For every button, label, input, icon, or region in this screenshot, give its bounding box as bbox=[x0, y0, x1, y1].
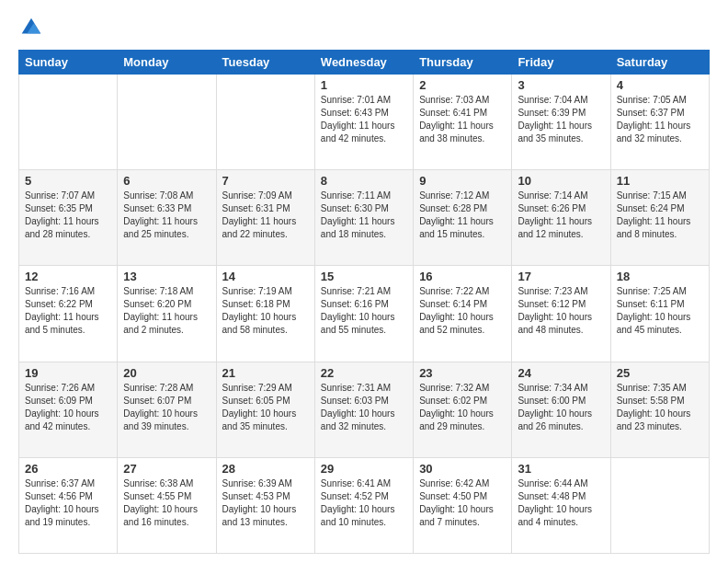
day-info: Sunrise: 6:38 AM Sunset: 4:55 PM Dayligh… bbox=[123, 477, 210, 529]
calendar-cell: 25Sunrise: 7:35 AM Sunset: 5:58 PM Dayli… bbox=[610, 362, 709, 457]
calendar-cell: 21Sunrise: 7:29 AM Sunset: 6:05 PM Dayli… bbox=[216, 362, 314, 457]
calendar-cell: 18Sunrise: 7:25 AM Sunset: 6:11 PM Dayli… bbox=[610, 266, 709, 362]
day-info: Sunrise: 7:12 AM Sunset: 6:28 PM Dayligh… bbox=[419, 190, 506, 241]
day-number: 6 bbox=[123, 174, 210, 188]
calendar-cell: 16Sunrise: 7:22 AM Sunset: 6:14 PM Dayli… bbox=[414, 266, 512, 362]
calendar-cell: 15Sunrise: 7:21 AM Sunset: 6:16 PM Dayli… bbox=[314, 266, 413, 362]
day-info: Sunrise: 6:39 AM Sunset: 4:53 PM Dayligh… bbox=[222, 477, 309, 529]
calendar-cell: 23Sunrise: 7:32 AM Sunset: 6:02 PM Dayli… bbox=[414, 362, 512, 457]
day-number: 10 bbox=[518, 174, 604, 188]
day-number: 18 bbox=[617, 270, 703, 283]
calendar-cell: 8Sunrise: 7:11 AM Sunset: 6:30 PM Daylig… bbox=[314, 170, 413, 266]
day-info: Sunrise: 7:18 AM Sunset: 6:20 PM Dayligh… bbox=[123, 285, 210, 337]
day-info: Sunrise: 7:11 AM Sunset: 6:30 PM Dayligh… bbox=[321, 190, 407, 241]
calendar-cell: 30Sunrise: 6:42 AM Sunset: 4:50 PM Dayli… bbox=[414, 457, 512, 553]
day-info: Sunrise: 7:22 AM Sunset: 6:14 PM Dayligh… bbox=[419, 285, 506, 337]
column-header-saturday: Saturday bbox=[610, 51, 709, 75]
day-info: Sunrise: 7:31 AM Sunset: 6:03 PM Dayligh… bbox=[321, 382, 407, 433]
calendar-cell: 9Sunrise: 7:12 AM Sunset: 6:28 PM Daylig… bbox=[414, 170, 512, 266]
logo bbox=[18, 15, 48, 40]
column-header-tuesday: Tuesday bbox=[216, 51, 314, 75]
calendar-cell: 19Sunrise: 7:26 AM Sunset: 6:09 PM Dayli… bbox=[19, 362, 118, 457]
calendar-cell: 10Sunrise: 7:14 AM Sunset: 6:26 PM Dayli… bbox=[512, 170, 610, 266]
calendar-cell: 2Sunrise: 7:03 AM Sunset: 6:41 PM Daylig… bbox=[414, 75, 512, 170]
logo-icon bbox=[18, 15, 44, 40]
calendar-cell: 11Sunrise: 7:15 AM Sunset: 6:24 PM Dayli… bbox=[610, 170, 709, 266]
calendar-cell: 31Sunrise: 6:44 AM Sunset: 4:48 PM Dayli… bbox=[512, 457, 610, 553]
calendar-cell: 6Sunrise: 7:08 AM Sunset: 6:33 PM Daylig… bbox=[118, 170, 216, 266]
day-info: Sunrise: 7:08 AM Sunset: 6:33 PM Dayligh… bbox=[123, 190, 210, 241]
day-info: Sunrise: 7:15 AM Sunset: 6:24 PM Dayligh… bbox=[617, 190, 703, 241]
day-info: Sunrise: 7:14 AM Sunset: 6:26 PM Dayligh… bbox=[518, 190, 604, 241]
column-header-thursday: Thursday bbox=[414, 51, 512, 75]
day-info: Sunrise: 7:29 AM Sunset: 6:05 PM Dayligh… bbox=[222, 382, 309, 433]
day-info: Sunrise: 7:26 AM Sunset: 6:09 PM Dayligh… bbox=[25, 382, 111, 433]
day-number: 2 bbox=[419, 78, 506, 92]
day-number: 7 bbox=[222, 174, 309, 188]
day-number: 29 bbox=[321, 462, 407, 476]
day-number: 1 bbox=[321, 78, 407, 92]
calendar-cell: 28Sunrise: 6:39 AM Sunset: 4:53 PM Dayli… bbox=[216, 457, 314, 553]
day-number: 9 bbox=[419, 174, 506, 188]
day-number: 19 bbox=[25, 366, 111, 380]
day-info: Sunrise: 7:35 AM Sunset: 5:58 PM Dayligh… bbox=[617, 382, 703, 433]
day-info: Sunrise: 6:37 AM Sunset: 4:56 PM Dayligh… bbox=[25, 477, 111, 529]
day-number: 30 bbox=[419, 462, 506, 476]
day-number: 12 bbox=[25, 270, 111, 283]
calendar-cell: 5Sunrise: 7:07 AM Sunset: 6:35 PM Daylig… bbox=[19, 170, 118, 266]
day-info: Sunrise: 7:23 AM Sunset: 6:12 PM Dayligh… bbox=[518, 285, 604, 337]
calendar-cell: 24Sunrise: 7:34 AM Sunset: 6:00 PM Dayli… bbox=[512, 362, 610, 457]
calendar-cell: 13Sunrise: 7:18 AM Sunset: 6:20 PM Dayli… bbox=[118, 266, 216, 362]
calendar-week-row: 5Sunrise: 7:07 AM Sunset: 6:35 PM Daylig… bbox=[19, 170, 710, 266]
day-number: 16 bbox=[419, 270, 506, 283]
page: SundayMondayTuesdayWednesdayThursdayFrid… bbox=[0, 0, 728, 563]
calendar-cell bbox=[118, 75, 216, 170]
day-number: 24 bbox=[518, 366, 604, 380]
day-info: Sunrise: 7:28 AM Sunset: 6:07 PM Dayligh… bbox=[123, 382, 210, 433]
day-info: Sunrise: 7:04 AM Sunset: 6:39 PM Dayligh… bbox=[518, 94, 604, 145]
day-info: Sunrise: 6:42 AM Sunset: 4:50 PM Dayligh… bbox=[419, 477, 506, 529]
column-header-wednesday: Wednesday bbox=[314, 51, 413, 75]
day-number: 4 bbox=[617, 78, 703, 92]
day-info: Sunrise: 7:05 AM Sunset: 6:37 PM Dayligh… bbox=[617, 94, 703, 145]
day-number: 3 bbox=[518, 78, 604, 92]
calendar-week-row: 19Sunrise: 7:26 AM Sunset: 6:09 PM Dayli… bbox=[19, 362, 710, 457]
day-number: 31 bbox=[518, 462, 604, 476]
day-number: 13 bbox=[123, 270, 210, 283]
calendar-week-row: 12Sunrise: 7:16 AM Sunset: 6:22 PM Dayli… bbox=[19, 266, 710, 362]
calendar-cell: 14Sunrise: 7:19 AM Sunset: 6:18 PM Dayli… bbox=[216, 266, 314, 362]
calendar-cell: 1Sunrise: 7:01 AM Sunset: 6:43 PM Daylig… bbox=[314, 75, 413, 170]
day-info: Sunrise: 7:32 AM Sunset: 6:02 PM Dayligh… bbox=[419, 382, 506, 433]
calendar-week-row: 26Sunrise: 6:37 AM Sunset: 4:56 PM Dayli… bbox=[19, 457, 710, 553]
calendar-cell: 27Sunrise: 6:38 AM Sunset: 4:55 PM Dayli… bbox=[118, 457, 216, 553]
day-number: 26 bbox=[25, 462, 111, 476]
day-info: Sunrise: 7:01 AM Sunset: 6:43 PM Dayligh… bbox=[321, 94, 407, 145]
day-number: 14 bbox=[222, 270, 309, 283]
calendar-table: SundayMondayTuesdayWednesdayThursdayFrid… bbox=[18, 50, 710, 554]
day-number: 15 bbox=[321, 270, 407, 283]
day-info: Sunrise: 7:07 AM Sunset: 6:35 PM Dayligh… bbox=[25, 190, 111, 241]
day-info: Sunrise: 6:44 AM Sunset: 4:48 PM Dayligh… bbox=[518, 477, 604, 529]
day-number: 21 bbox=[222, 366, 309, 380]
calendar-cell: 20Sunrise: 7:28 AM Sunset: 6:07 PM Dayli… bbox=[118, 362, 216, 457]
calendar-cell bbox=[19, 75, 118, 170]
day-number: 23 bbox=[419, 366, 506, 380]
column-header-monday: Monday bbox=[118, 51, 216, 75]
calendar-header-row: SundayMondayTuesdayWednesdayThursdayFrid… bbox=[19, 51, 710, 75]
day-number: 5 bbox=[25, 174, 111, 188]
day-info: Sunrise: 7:09 AM Sunset: 6:31 PM Dayligh… bbox=[222, 190, 309, 241]
day-number: 17 bbox=[518, 270, 604, 283]
calendar-cell: 26Sunrise: 6:37 AM Sunset: 4:56 PM Dayli… bbox=[19, 457, 118, 553]
calendar-cell bbox=[216, 75, 314, 170]
day-number: 22 bbox=[321, 366, 407, 380]
day-info: Sunrise: 7:19 AM Sunset: 6:18 PM Dayligh… bbox=[222, 285, 309, 337]
day-number: 11 bbox=[617, 174, 703, 188]
header bbox=[18, 15, 710, 40]
day-info: Sunrise: 7:03 AM Sunset: 6:41 PM Dayligh… bbox=[419, 94, 506, 145]
column-header-sunday: Sunday bbox=[19, 51, 118, 75]
day-number: 20 bbox=[123, 366, 210, 380]
day-info: Sunrise: 7:25 AM Sunset: 6:11 PM Dayligh… bbox=[617, 285, 703, 337]
day-info: Sunrise: 6:41 AM Sunset: 4:52 PM Dayligh… bbox=[321, 477, 407, 529]
calendar-cell: 4Sunrise: 7:05 AM Sunset: 6:37 PM Daylig… bbox=[610, 75, 709, 170]
column-header-friday: Friday bbox=[512, 51, 610, 75]
